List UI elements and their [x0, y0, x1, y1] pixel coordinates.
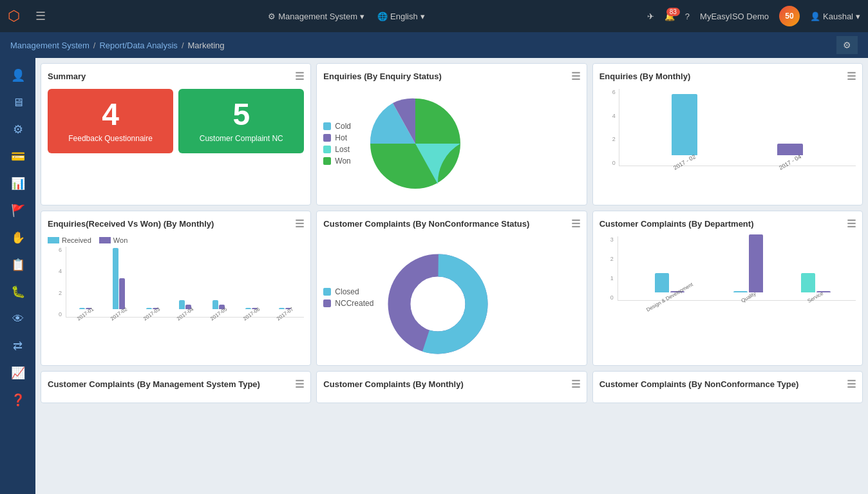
sidebar-item-arrows[interactable]: ⇄	[5, 334, 32, 358]
notification-count: 83	[666, 8, 680, 16]
monthly-bar-chart: 2017 - 02 2017 - 04	[619, 89, 856, 166]
received-color	[48, 237, 59, 243]
breadcrumb-report[interactable]: Report/Data Analysis	[99, 41, 177, 50]
lost-label: Lost	[335, 145, 350, 154]
bar-group-design: Design & Development	[643, 273, 696, 300]
cold-dot	[323, 122, 331, 130]
sidebar-item-hand[interactable]: ✋	[5, 225, 32, 250]
bar-group-quality: Quality	[733, 234, 763, 300]
bottom-card-monthly-menu[interactable]: ☰	[571, 378, 580, 390]
legend-won-bar: Won	[99, 236, 127, 244]
enquiry-monthly-title: Enquiries (By Monthly)	[599, 71, 691, 81]
language-menu[interactable]: 🌐 English ▾	[377, 12, 425, 21]
bar-group-service: Service	[801, 273, 831, 300]
brand-logo[interactable]: ⬡	[8, 8, 20, 24]
bottom-card-mgmt-header: Customer Complaints (By Management Syste…	[48, 378, 304, 390]
complaints-dept-menu[interactable]: ☰	[847, 218, 856, 230]
bottom-card-monthly-title: Customer Complaints (By Monthly)	[323, 379, 463, 389]
enquiry-vs-won-menu[interactable]: ☰	[295, 218, 304, 230]
enquiry-monthly-menu-icon[interactable]: ☰	[847, 70, 856, 82]
bar-apr-2017: 2017 - 04	[777, 144, 803, 166]
bar-service-teal	[801, 273, 815, 292]
connect-icon[interactable]: ✈	[647, 12, 654, 21]
complaint-tile[interactable]: 5 Customer Complaint NC	[178, 89, 304, 153]
bottom-card-mgmt-menu[interactable]: ☰	[295, 378, 304, 390]
bar-pair-quality	[733, 234, 763, 292]
sidebar-item-bug[interactable]: 🐛	[5, 280, 32, 304]
sidebar-item-user[interactable]: 👤	[5, 63, 32, 88]
sidebar-item-card[interactable]: 💳	[5, 144, 32, 169]
sidebar-item-trending[interactable]: 📈	[5, 361, 32, 385]
navbar-center: ⚙ Management System ▾ 🌐 English ▾	[56, 12, 637, 21]
enquiry-legend: Cold Hot Lost Won	[323, 122, 351, 166]
donut-legend: Closed NCCreated	[323, 287, 373, 308]
bar-group-apr2: 2017-04	[176, 300, 194, 317]
y-axis-monthly: 6 4 2 0	[599, 89, 616, 166]
legend-lost: Lost	[323, 145, 351, 154]
legend-nccreated: NCCreated	[323, 299, 373, 308]
summary-card-header: Summary ☰	[48, 70, 304, 82]
summary-card: Summary ☰ 4 Feedback Questionnaire 5 Cus…	[41, 63, 311, 205]
settings-button[interactable]: ⚙	[836, 36, 858, 54]
bar-pair-service	[801, 273, 831, 292]
bar-group-jul: 2017-07	[276, 308, 294, 317]
complaint-label: Customer Complaint NC	[185, 134, 297, 143]
bottom-card-mgmt-title: Customer Complaints (By Management Syste…	[48, 379, 260, 389]
yvw2: 2	[48, 290, 62, 296]
bar-group-mar: 2017-03	[142, 308, 161, 317]
y2: 2	[599, 136, 616, 142]
complaint-count: 5	[185, 99, 297, 130]
notification-bell[interactable]: 🔔83	[665, 12, 675, 21]
sidebar-item-network[interactable]: ⚙	[5, 117, 32, 142]
enquiry-monthly-card: Enquiries (By Monthly) ☰ 6 4 2 0 2017 - …	[592, 63, 863, 205]
legend-won: Won	[323, 157, 351, 166]
sidebar-item-monitor[interactable]: 🖥	[5, 90, 32, 115]
sidebar-item-flag[interactable]: 🚩	[5, 198, 32, 223]
bottom-card-nc-type-menu[interactable]: ☰	[847, 378, 856, 390]
breadcrumb-home[interactable]: Management System	[10, 41, 90, 50]
bar-feb-2017: 2017 - 02	[672, 94, 697, 166]
bar-design-cyan	[655, 273, 669, 292]
bottom-card-nc-type-title: Customer Complaints (By NonConformance T…	[599, 379, 799, 389]
bar-group-may: 2017-05	[209, 300, 228, 317]
vs-won-legend: Received Won	[48, 236, 304, 244]
complaints-status-menu[interactable]: ☰	[571, 218, 580, 230]
management-system-menu[interactable]: ⚙ Management System ▾	[268, 12, 364, 21]
bar-apr-rec	[179, 300, 185, 309]
dropdown-arrow: ▾	[360, 12, 364, 21]
bar-mar-rec	[146, 308, 152, 309]
vs-won-bars: 2017-01 2017-02	[66, 247, 304, 318]
feedback-count: 4	[54, 99, 167, 130]
feedback-tile[interactable]: 4 Feedback Questionnaire	[48, 89, 173, 153]
dropdown-arrow-user: ▾	[856, 12, 860, 21]
bar-group-feb2: 2017-02	[109, 248, 128, 317]
sidebar-item-help[interactable]: ❓	[5, 388, 32, 412]
y0: 0	[599, 160, 616, 166]
bottom-card-mgmt: Customer Complaints (By Management Syste…	[41, 371, 311, 403]
enquiry-pie-chart	[357, 89, 473, 198]
legend-hot: Hot	[323, 133, 351, 142]
dept-bar-wrapper: 3 2 1 0 Design & Development	[599, 236, 856, 301]
yd1: 1	[599, 275, 614, 281]
bar-jan-rec	[79, 308, 85, 309]
user-menu[interactable]: 👤 Kaushal ▾	[810, 12, 860, 21]
cold-label: Cold	[335, 122, 351, 131]
hamburger-icon[interactable]: ☰	[35, 9, 46, 23]
sidebar-item-eye[interactable]: 👁	[5, 307, 32, 331]
bottom-card-nc-type-header: Customer Complaints (By NonConformance T…	[599, 378, 856, 390]
complaints-dept-card: Customer Complaints (By Department) ☰ 3 …	[592, 211, 863, 366]
yd3: 3	[599, 236, 614, 243]
y-axis-dept: 3 2 1 0	[599, 236, 614, 301]
summary-menu-icon[interactable]: ☰	[295, 70, 304, 82]
help-button[interactable]: ?	[685, 12, 690, 21]
enquiry-status-menu-icon[interactable]: ☰	[571, 70, 580, 82]
sidebar-item-clipboard[interactable]: 📋	[5, 252, 32, 277]
monthly-bar-wrapper: 6 4 2 0 2017 - 02 2017 - 04	[599, 89, 856, 166]
avatar[interactable]: 50	[779, 6, 800, 26]
sidebar-item-chart[interactable]: 📊	[5, 171, 32, 196]
complaints-dept-title: Customer Complaints (By Department)	[599, 219, 754, 229]
enquiry-vs-won-header: Enquiries(Received Vs Won) (By Monthly) …	[48, 218, 304, 230]
complaints-donut-chart	[380, 236, 496, 359]
sidebar: 👤 🖥 ⚙ 💳 📊 🚩 ✋ 📋 🐛 👁 ⇄ 📈 ❓	[0, 58, 35, 494]
hot-label: Hot	[335, 133, 347, 142]
